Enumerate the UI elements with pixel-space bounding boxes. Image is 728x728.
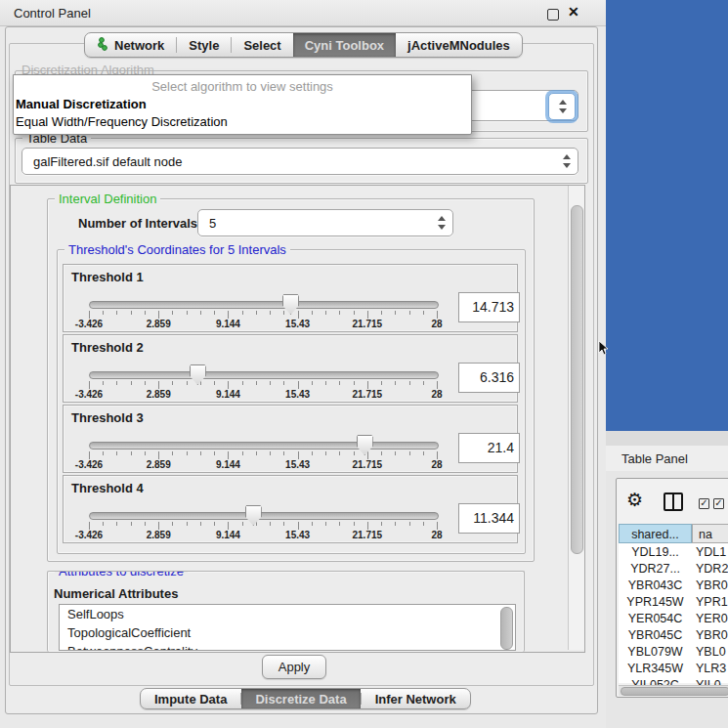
slider-tick <box>283 381 284 385</box>
slider-handle[interactable] <box>245 505 262 526</box>
table-row[interactable]: YBR045CYBR0 <box>619 627 728 644</box>
slider-tick <box>89 522 90 530</box>
numerical-attributes-list[interactable]: SelfLoopsTopologicalCoefficientBetweenne… <box>59 604 516 651</box>
threshold-panel: Threshold 3-3.4262.8599.14415.4321.71528… <box>63 405 518 473</box>
slider-tick <box>172 381 173 385</box>
slider-tick <box>270 522 271 526</box>
slider-tick <box>325 311 326 315</box>
slider-handle[interactable] <box>190 364 206 385</box>
number-of-intervals-combobox[interactable]: 5 <box>197 209 453 236</box>
slider-track[interactable] <box>89 371 439 379</box>
slider-handle[interactable] <box>282 294 299 315</box>
float-window-icon[interactable] <box>547 9 559 21</box>
close-icon[interactable]: ✕ <box>568 4 579 20</box>
screen: { "window": { "title": "Control Panel" }… <box>0 0 728 728</box>
slider-tick <box>228 451 229 459</box>
combo-arrow-button-focus-ring[interactable] <box>548 93 576 120</box>
slider-handle[interactable] <box>357 435 373 455</box>
cell-shared-name: YBR043C <box>619 578 692 594</box>
slider-tick <box>367 311 368 319</box>
tab-style[interactable]: Style <box>177 33 231 57</box>
table-row[interactable]: YLR345WYLR3 <box>619 661 728 677</box>
tab-label: Select <box>243 38 280 53</box>
threshold-label: Threshold 3 <box>71 410 144 425</box>
tab-label: jActiveMNodules <box>407 38 510 53</box>
slider-track[interactable] <box>89 512 439 520</box>
cyni-bottom-tabbar: Impute DataDiscretize DataInfer Network <box>140 688 471 709</box>
algorithm-option-equal-width[interactable]: Equal Width/Frequency Discretization <box>16 114 228 129</box>
gear-icon[interactable]: ⚙ <box>626 489 643 510</box>
cell-name: YDL1 <box>692 544 728 561</box>
tab-discretize-data[interactable]: Discretize Data <box>241 689 360 708</box>
slider-tick-label: -3.426 <box>75 530 103 540</box>
table-panel-area: ⚙ ✓ ✓ shared... na YDL19...YDL1YDR27...Y… <box>606 471 728 728</box>
scrollbar-thumb[interactable] <box>621 687 728 696</box>
spinner-arrows-icon <box>562 154 571 168</box>
list-item[interactable]: TopologicalCoefficient <box>60 623 515 642</box>
slider-tick <box>354 522 355 526</box>
threshold-value-field[interactable]: 6.316 <box>458 363 520 393</box>
slider-tick <box>158 522 159 530</box>
slider-tick <box>200 522 201 526</box>
control-panel-titlebar: Control Panel ✕ <box>0 0 606 26</box>
slider-tick <box>423 522 424 526</box>
slider-tick <box>283 311 284 315</box>
table-row[interactable]: YBR043CYBR0 <box>619 578 728 594</box>
table-data-combobox[interactable]: galFiltered.sif default node <box>21 148 578 175</box>
tab-label: Infer Network <box>375 692 456 707</box>
algorithm-placeholder-option[interactable]: Select algorithm to view settings <box>14 79 471 94</box>
table-row[interactable]: YDL19...YDL1 <box>619 544 728 561</box>
table-row[interactable]: YBL079WYBL0 <box>619 644 728 661</box>
slider-tick <box>131 311 132 315</box>
slider-tick-label: 9.144 <box>216 530 240 540</box>
tab-select[interactable]: Select <box>232 33 292 57</box>
slider-tick-label: 2.859 <box>147 530 171 540</box>
table-horizontal-scrollbar[interactable] <box>619 685 728 696</box>
slider-tick <box>339 381 340 385</box>
list-item[interactable]: BetweennessCentrality <box>60 642 515 651</box>
scrollbar-thumb[interactable] <box>571 205 583 554</box>
threshold-value-field[interactable]: 21.4 <box>458 433 520 463</box>
algorithm-option-manual[interactable]: Manual Discretization <box>16 97 147 111</box>
slider-tick <box>214 522 215 526</box>
slider-tick <box>409 381 410 385</box>
numerical-attributes-label: Numerical Attributes <box>54 586 178 601</box>
threshold-value-field[interactable]: 11.344 <box>458 503 520 534</box>
slider-track[interactable] <box>89 442 439 450</box>
list-item[interactable]: SelfLoops <box>60 605 515 623</box>
slider-tick <box>381 451 382 455</box>
threshold-value-field[interactable]: 14.713 <box>458 292 520 322</box>
column-header-shared-name[interactable]: shared... <box>619 524 692 543</box>
split-columns-icon[interactable] <box>664 492 683 511</box>
cell-name: YPR1 <box>692 594 728 611</box>
slider-tick <box>242 311 243 315</box>
checkbox-checked-icon[interactable]: ✓ <box>713 498 724 509</box>
slider-track[interactable] <box>89 301 439 309</box>
tab-infer-network[interactable]: Infer Network <box>362 689 470 708</box>
slider-tick <box>103 451 104 455</box>
slider-tick <box>409 522 410 526</box>
settings-vertical-scrollbar[interactable] <box>568 186 584 650</box>
column-header-name[interactable]: na <box>692 524 728 543</box>
slider-tick <box>145 522 146 526</box>
cell-name: YLR3 <box>692 661 728 677</box>
tab-network[interactable]: Network <box>85 33 176 57</box>
slider-tick-label: 9.144 <box>216 459 240 470</box>
table-data-selected-value: galFiltered.sif default node <box>33 154 182 169</box>
table-row[interactable]: YPR145WYPR1 <box>619 594 728 611</box>
slider-tick <box>437 451 438 459</box>
checkbox-checked-icon[interactable]: ✓ <box>699 498 709 509</box>
attributes-scrollbar-thumb[interactable] <box>500 607 513 650</box>
apply-button[interactable]: Apply <box>262 655 326 679</box>
tab-jactivemnodules[interactable]: jActiveMNodules <box>396 33 522 57</box>
node-table[interactable]: shared... na YDL19...YDL1YDR27...YDR2YBR… <box>619 524 728 683</box>
table-row[interactable]: YER054CYER0 <box>619 611 728 627</box>
slider-tick <box>395 311 396 315</box>
tab-cyni-toolbox[interactable]: Cyni Toolbox <box>293 33 396 57</box>
tab-impute-data[interactable]: Impute Data <box>141 689 240 708</box>
slider-tick <box>409 451 410 455</box>
table-row[interactable]: YDR27...YDR2 <box>619 561 728 578</box>
slider-tick <box>312 381 313 385</box>
slider-tick <box>270 451 271 455</box>
slider-tick <box>200 311 201 315</box>
